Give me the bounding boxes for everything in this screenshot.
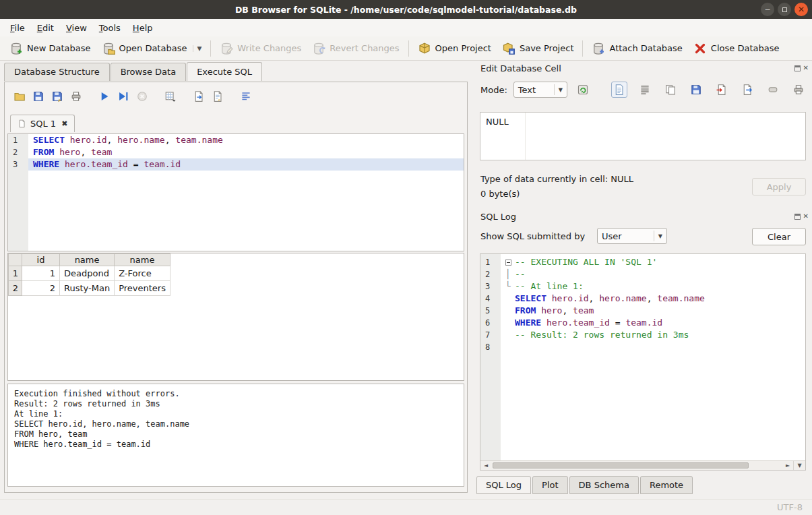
line-number: 6 [480,317,501,329]
mode-select[interactable]: Text ▼ [513,82,567,98]
tab-db-schema[interactable]: DB Schema [569,476,639,494]
dropdown-caret-icon[interactable]: ▼ [193,45,201,52]
close-panel-icon[interactable]: ✕ [803,65,809,71]
toolbar-button-label: Save Project [520,43,574,53]
new-tab-icon [164,90,177,102]
main-tabbar: Database StructureBrowse DataExecute SQL [4,63,263,81]
encoding-indicator[interactable]: UTF-8 [777,502,803,512]
column-header[interactable]: name [60,254,115,266]
clear-log-button[interactable]: Clear [752,228,806,245]
sql-editor[interactable]: 1SELECT hero.id, hero.name, team.name2FR… [7,133,464,251]
row-header[interactable]: 2 [9,281,22,296]
write-changes-button: Write Changes [214,39,307,58]
token: WHERE [33,159,59,169]
new-database-button[interactable]: New Database [4,39,96,58]
float-panel-icon[interactable] [794,65,801,71]
right-panel: Edit Database Cell ✕ Mode: Text ▼ NULL T… [475,61,812,499]
float-panel-icon[interactable] [794,214,801,220]
menu-view[interactable]: View [60,20,93,36]
sql-log-view[interactable]: 1-- EXECUTING ALL IN 'SQL 1'2│--3└-- At … [480,254,805,460]
copy-button[interactable] [662,82,679,98]
execute-all-button[interactable] [95,88,114,105]
sql-tab[interactable]: SQL 1 ✖ [10,115,75,132]
cell[interactable]: 1 [22,266,60,281]
close-tab-icon[interactable]: ✖ [61,119,67,128]
tab-remote[interactable]: Remote [640,476,693,494]
tab-database-structure[interactable]: Database Structure [4,63,110,81]
menu-edit[interactable]: Edit [31,20,60,36]
cell[interactable]: Preventers [115,281,170,296]
row-header[interactable]: 1 [9,266,22,281]
output-line: WHERE hero.team_id = team.id [14,440,458,450]
scroll-down-icon[interactable]: ▼ [793,461,805,470]
statusbar: UTF-8 [0,499,812,515]
cell[interactable]: 2 [22,281,60,296]
open-sql-button[interactable] [10,88,29,105]
token: , [80,147,91,157]
tab-sql-log[interactable]: SQL Log [476,476,531,494]
code-line: 4SELECT hero.id, hero.name, team.name [480,293,805,305]
null-button[interactable] [765,82,781,98]
token [65,135,70,145]
format-button[interactable] [237,88,255,105]
scroll-left-icon[interactable]: ◄ [480,461,491,470]
import-button[interactable] [714,82,730,98]
open-project-button[interactable]: Open Project [412,39,497,58]
autodetect-button[interactable] [573,81,592,98]
output-line: Execution finished without errors. [14,389,458,399]
code-line: 5FROM hero, team [480,305,805,317]
save-project-button[interactable]: Save Project [497,39,580,58]
print-button[interactable] [67,88,86,105]
attach-database-button[interactable]: Attach Database [586,39,687,58]
code-text: │-- [501,268,805,280]
open-project-icon [418,42,431,55]
minimize-icon[interactable]: ─ [761,3,774,16]
mode-row: Mode: Text ▼ [480,81,592,98]
format-icon [240,90,252,102]
tab-browse-data[interactable]: Browse Data [111,63,187,81]
save-sql-button[interactable] [29,88,48,105]
close-icon[interactable]: ✕ [794,3,808,16]
cell[interactable]: Rusty-Man [60,281,115,296]
maximize-icon[interactable] [778,3,791,16]
cell[interactable]: Deadpond [60,266,115,281]
token: , [107,135,118,145]
close-database-button[interactable]: Close Database [688,39,785,58]
print-button[interactable] [790,82,807,98]
save-button[interactable] [688,82,704,98]
edit-page-button[interactable] [208,88,227,105]
execution-output[interactable]: Execution finished without errors.Result… [7,384,464,487]
export-button[interactable] [739,82,755,98]
sql-log-title: SQL Log [480,212,516,222]
justify-button[interactable] [637,82,653,98]
cell-editor[interactable]: NULL [480,112,806,160]
cell[interactable]: Z-Force [115,266,170,281]
text-doc-button[interactable] [611,82,627,98]
null-icon [767,84,779,96]
export-page-button[interactable] [189,88,208,105]
new-tab-button[interactable] [161,88,180,105]
fold-marker[interactable] [505,256,515,268]
menu-file[interactable]: File [4,20,31,36]
close-panel-icon[interactable]: ✕ [803,213,809,220]
token: , [589,293,600,303]
menu-tools[interactable]: Tools [93,20,127,36]
token: hero.team_id [65,159,128,169]
token [546,293,552,303]
tab-execute-sql[interactable]: Execute SQL [187,62,262,81]
menu-help[interactable]: Help [127,20,159,36]
column-header[interactable]: name [115,254,170,266]
execute-line-button[interactable] [114,88,133,105]
scrollbar-thumb[interactable] [493,462,749,468]
scrollbar-track[interactable] [491,461,782,470]
code-text: -- EXECUTING ALL IN 'SQL 1' [501,256,805,268]
code-line: 3WHERE hero.team_id = team.id [8,158,464,171]
print-icon [792,84,805,96]
tab-plot[interactable]: Plot [532,476,568,494]
log-filter-select[interactable]: User ▼ [597,228,667,244]
save-sql-as-button[interactable] [48,88,67,105]
column-header[interactable]: id [22,254,60,266]
scroll-right-icon[interactable]: ► [782,461,793,470]
header-row: idnamename [9,254,170,266]
open-database-button[interactable]: Open Database▼ [96,39,208,58]
